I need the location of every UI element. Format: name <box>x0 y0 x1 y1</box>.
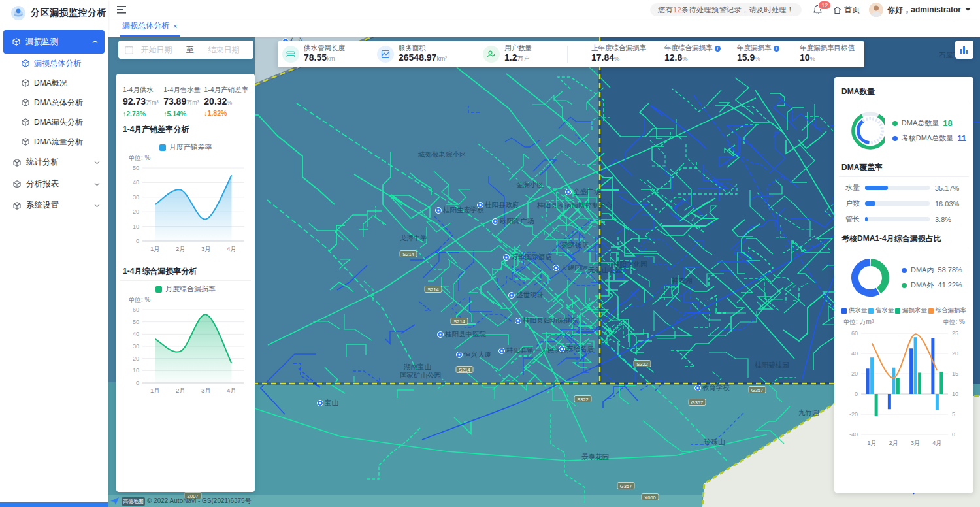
svg-text:桂阳县政府: 桂阳县政府 <box>484 201 519 208</box>
sidebar-group-1[interactable]: 统计分析 <box>0 152 108 173</box>
sidebar-group-2[interactable]: 分析报表 <box>0 173 108 195</box>
svg-text:S214: S214 <box>459 367 470 373</box>
svg-text:30: 30 <box>133 343 139 350</box>
leak-ratio-legend: DMA内 58.78%DMA外 41.22% <box>902 265 962 290</box>
end-date-input[interactable]: 结束日期 <box>201 44 247 56</box>
svg-text:10: 10 <box>133 367 139 374</box>
combo-legend-item[interactable]: 综合漏损率 <box>928 306 967 315</box>
sidebar: 分区漏损监控分析 漏损监测漏损总体分析DMA概况DMA总体分析DMA漏失分析DM… <box>0 0 108 507</box>
svg-text:60: 60 <box>851 330 858 336</box>
sidebar-item-4[interactable]: DMA流量分析 <box>0 132 108 152</box>
mini-stats: 1-4月供水92.73万m³↑2.73%1-4月售水量73.89万m³↑5.14… <box>123 86 248 118</box>
sidebar-item-1[interactable]: DMA概况 <box>0 73 108 93</box>
svg-text:S322: S322 <box>577 397 589 402</box>
tab-bar: 漏损总体分析 × <box>108 20 980 37</box>
svg-text:桂阳县疾病预防控制中心: 桂阳县疾病预防控制中心 <box>536 201 613 209</box>
alert-text: 您有 <box>658 5 673 15</box>
svg-text:3月: 3月 <box>911 439 921 446</box>
svg-text:1月: 1月 <box>150 245 160 252</box>
kpi-bar: 供水管网长度78.55km服务面积26548.97km²用户数量1.2万户上年度… <box>278 41 864 67</box>
legend-leak[interactable]: 月度综合漏损率 <box>123 284 248 294</box>
svg-text:60: 60 <box>133 306 139 313</box>
kpi-6: 年度漏损率目标值10% <box>800 44 855 64</box>
unit-label: 单位: % <box>128 295 248 304</box>
svg-text:万华国际酒店: 万华国际酒店 <box>511 253 553 261</box>
alert-message[interactable]: 您有12条待处理预警记录，请及时处理！ <box>650 3 802 16</box>
ratio-legend-item: DMA内 58.78% <box>902 265 962 275</box>
combo-legend-item[interactable]: 供水量 <box>841 306 868 315</box>
dma-count-donut <box>847 107 885 154</box>
svg-text:教育学校: 教育学校 <box>702 384 730 391</box>
svg-text:1月: 1月 <box>150 387 160 394</box>
map-content: 仁义城郊敬老院小区金澜小区全盛广场桂阳生态学校桂阳县政府桂阳县疾病预防控制中心欧… <box>108 37 980 507</box>
svg-text:40: 40 <box>133 331 139 337</box>
sidebar-group-0[interactable]: 漏损监测 <box>3 30 105 54</box>
svg-text:0: 0 <box>952 431 955 438</box>
kpi-1: 服务面积26548.97km² <box>377 44 447 64</box>
right-dma-panel: DMA数量 DMA总数量18考核DMA总数量11 DMA覆盖率 水量35.17%… <box>834 77 973 493</box>
bell-badge: 12 <box>818 1 831 10</box>
svg-text:2月: 2月 <box>176 245 186 252</box>
leak-trend-chart: 01020304050601月2月3月4月 <box>123 304 248 401</box>
sidebar-item-3[interactable]: DMA漏失分析 <box>0 112 108 132</box>
svg-text:10: 10 <box>952 391 958 397</box>
dma-count-legend: DMA总数量18考核DMA总数量11 <box>892 118 966 143</box>
notifications-bell[interactable]: 12 <box>811 3 824 16</box>
sidebar-menu: 漏损监测漏损总体分析DMA概况DMA总体分析DMA漏失分析DMA流量分析统计分析… <box>0 30 108 216</box>
home-button[interactable]: 首页 <box>833 5 860 16</box>
left-analysis-panel: 1-4月供水92.73万m³↑2.73%1-4月售水量73.89万m³↑5.14… <box>116 74 255 492</box>
alert-count: 12 <box>673 6 681 14</box>
toggle-charts-button[interactable] <box>955 41 973 59</box>
bar-chart-icon <box>959 45 970 54</box>
monthly-combo-chart: -40-20020406005101520251月2月3月4月 <box>841 327 966 454</box>
leak-ratio-donut <box>847 254 894 301</box>
svg-text:X060: X060 <box>644 495 656 500</box>
section-title-ratio: 考核DMA1-4月综合漏损占比 <box>841 233 966 244</box>
sidebar-item-2[interactable]: DMA总体分析 <box>0 93 108 112</box>
sidebar-scrollbar[interactable] <box>0 502 108 507</box>
svg-text:4月: 4月 <box>227 245 237 252</box>
tab-close-icon[interactable]: × <box>173 22 177 30</box>
svg-text:S214: S214 <box>402 252 414 257</box>
svg-text:城郊敬老院小区: 城郊敬老院小区 <box>417 150 466 158</box>
mini-stat-1: 1-4月售水量73.89万m³↑5.14% <box>163 86 204 118</box>
svg-text:九竹园: 九竹园 <box>798 408 819 416</box>
section-title-nrw: 1-4月产销差率分析 <box>123 124 248 135</box>
collapse-menu-icon[interactable] <box>117 5 127 14</box>
legend-nrw[interactable]: 月度产销差率 <box>123 142 248 152</box>
svg-text:恒兴大厦: 恒兴大厦 <box>463 350 492 358</box>
svg-text:珍珠山: 珍珠山 <box>704 438 725 446</box>
calendar-icon <box>125 46 133 54</box>
svg-text:40: 40 <box>133 179 139 186</box>
combo-chart-legend[interactable]: 供水量售水量漏损水量综合漏损率 <box>841 306 966 315</box>
start-date-input[interactable]: 开始日期 <box>133 44 180 56</box>
sidebar-group-3[interactable]: 系统设置 <box>0 195 108 216</box>
avatar <box>869 3 883 17</box>
svg-text:欧阳海广场: 欧阳海广场 <box>500 217 534 225</box>
user-menu[interactable]: 你好，administrator <box>869 3 971 17</box>
svg-text:S214: S214 <box>427 287 439 293</box>
coverage-row: 管长3.8% <box>843 214 965 224</box>
coverage-row: 水量35.17% <box>843 183 965 193</box>
amap-logo-icon <box>110 497 120 505</box>
home-label: 首页 <box>844 5 860 16</box>
combo-legend-item[interactable]: 漏损水量 <box>895 306 927 315</box>
date-range-picker[interactable]: 开始日期 至 结束日期 <box>118 41 253 59</box>
svg-text:景泉花园: 景泉花园 <box>581 453 609 461</box>
unit-left: 单位: 万m³ <box>843 318 874 327</box>
app-title: 分区漏损监控分析 <box>31 7 106 19</box>
svg-text:2月: 2月 <box>889 439 898 446</box>
svg-text:40: 40 <box>851 350 858 357</box>
alert-text-suffix: 条待处理预警记录，请及时处理！ <box>681 5 794 15</box>
svg-text:龙潭中学: 龙潭中学 <box>400 234 427 242</box>
svg-text:20: 20 <box>133 208 139 215</box>
combo-legend-item[interactable]: 售水量 <box>868 306 894 315</box>
dma-legend-item: 考核DMA总数量11 <box>892 133 966 143</box>
tab-leakage-analysis[interactable]: 漏损总体分析 × <box>120 20 180 37</box>
app-root: 分区漏损监控分析 漏损监测漏损总体分析DMA概况DMA总体分析DMA漏失分析DM… <box>0 0 980 507</box>
svg-text:25: 25 <box>952 330 958 336</box>
kpi-0: 供水管网长度78.55km <box>282 44 345 64</box>
tab-label: 漏损总体分析 <box>122 20 169 31</box>
coverage-row: 户数16.03% <box>843 199 965 208</box>
sidebar-item-0[interactable]: 漏损总体分析 <box>0 54 108 73</box>
